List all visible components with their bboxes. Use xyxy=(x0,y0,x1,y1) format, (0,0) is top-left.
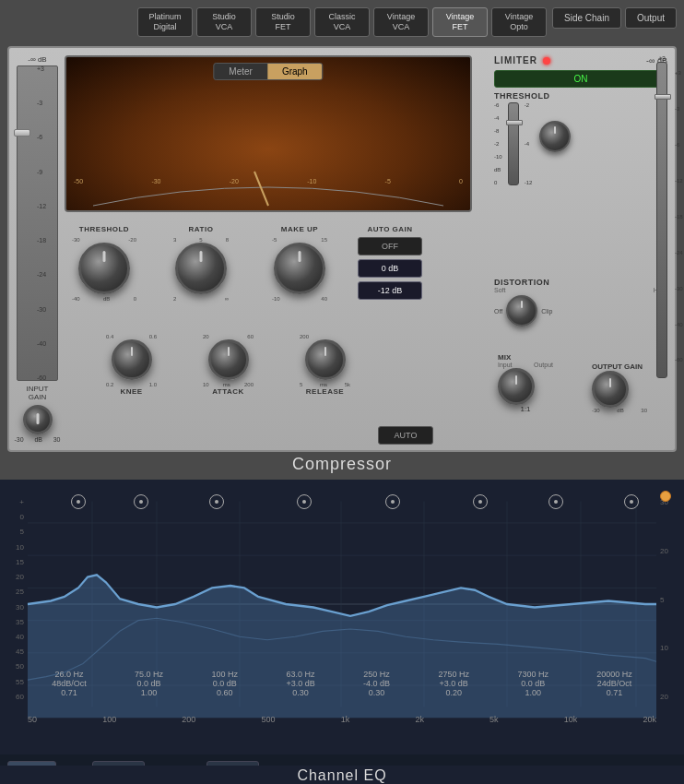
eq-handle-2[interactable] xyxy=(134,494,148,509)
input-gain-top-label: -∞ dB xyxy=(28,55,46,64)
distortion-knob[interactable] xyxy=(506,295,537,327)
preset-platinum-digital[interactable]: PlatinumDigital xyxy=(137,7,193,37)
eq-band-5: 250 Hz -4.0 dB 0.30 xyxy=(363,670,390,697)
eq-band-3-freq: 100 Hz xyxy=(212,670,239,679)
vu-meter-display: Meter Graph -50 -30 -20 -10 -5 0 xyxy=(66,57,470,210)
limiter-header: LIMITER -∞ dB xyxy=(494,55,667,65)
meter-tabs: Meter Graph xyxy=(213,63,323,80)
distortion-label: DISTORTION xyxy=(494,278,667,287)
output-button[interactable]: Output xyxy=(625,7,677,29)
limiter-threshold-knob[interactable] xyxy=(539,121,571,152)
auto-gain-section: AUTO GAIN OFF 0 dB -12 dB xyxy=(358,225,422,303)
eq-handle-1[interactable] xyxy=(71,494,86,509)
output-gain-knob[interactable] xyxy=(592,371,629,408)
freq-2k: 2k xyxy=(415,715,424,724)
knee-control: 0.40.6 0.2 1.0 KNEE xyxy=(106,334,157,399)
eq-handle-5[interactable] xyxy=(385,494,400,509)
limiter-threshold-handle[interactable] xyxy=(506,120,523,125)
preset-vintage-fet[interactable]: VintageFET xyxy=(432,7,488,37)
limiter-led xyxy=(543,57,550,65)
eq-band-1-freq: 26.0 Hz xyxy=(54,670,83,679)
output-gain-label: OUTPUT GAIN xyxy=(592,362,647,371)
eq-band-7: 7300 Hz 0.0 dB 1.00 xyxy=(517,670,548,697)
release-auto-button[interactable]: AUTO xyxy=(378,426,433,445)
eq-handle-3[interactable] xyxy=(209,494,224,509)
knee-label: KNEE xyxy=(120,387,142,396)
output-gain-section: OUTPUT GAIN -30dB30 xyxy=(592,362,647,413)
eq-band-8-q: 0.71 xyxy=(607,688,623,697)
input-gain-fader: -∞ dB +3 -3 -6 -9 -12 -18 -24 -30 -40 -6… xyxy=(17,55,58,443)
right-panel: LIMITER -∞ dB ON THRESHOLD -6-4-8-2-10dB… xyxy=(490,48,675,450)
eq-band-7-q: 1.00 xyxy=(525,688,541,697)
release-knob[interactable] xyxy=(305,339,346,380)
preset-studio-fet[interactable]: StudioFET xyxy=(255,7,311,37)
compressor-section: PlatinumDigital StudioVCA StudioFET Clas… xyxy=(0,0,684,480)
eq-band-4: 63.0 Hz +3.0 dB 0.30 xyxy=(286,670,314,697)
side-chain-button[interactable]: Side Chain xyxy=(552,7,621,29)
freq-5k: 5k xyxy=(489,715,499,724)
graph-tab[interactable]: Graph xyxy=(267,64,323,79)
freq-500: 500 xyxy=(262,715,276,724)
auto-gain-0db-button[interactable]: 0 dB xyxy=(358,259,422,278)
freq-100: 100 xyxy=(102,715,116,724)
eq-band-2: 75.0 Hz 0.0 dB 1.00 xyxy=(135,670,163,697)
makeup-knob[interactable] xyxy=(274,243,325,294)
ratio-control: RATIO 358 2 ∞ xyxy=(173,225,229,302)
eq-handle-4[interactable] xyxy=(297,494,312,509)
eq-band-6-freq: 2750 Hz xyxy=(438,670,469,679)
eq-handle-8[interactable] xyxy=(624,494,639,509)
eq-handle-6[interactable] xyxy=(473,494,488,509)
vu-meter-area: Meter Graph -50 -30 -20 -10 -5 0 xyxy=(65,55,472,212)
preset-studio-vca[interactable]: StudioVCA xyxy=(196,7,252,37)
eq-band-2-q: 1.00 xyxy=(141,688,158,697)
output-fader-handle[interactable] xyxy=(655,94,671,100)
svg-line-0 xyxy=(254,172,268,206)
attack-knob[interactable] xyxy=(208,339,249,380)
limiter-threshold-fader[interactable] xyxy=(508,102,519,185)
preset-classic-vca[interactable]: ClassicVCA xyxy=(314,7,370,37)
auto-gain-label: AUTO GAIN xyxy=(358,225,422,233)
mix-label: MIX xyxy=(498,353,553,362)
distortion-soft-hard: Soft Hard xyxy=(494,287,667,293)
preset-vintage-vca[interactable]: VintageVCA xyxy=(373,7,429,37)
threshold-knob[interactable] xyxy=(78,243,130,294)
eq-band-8: 20000 Hz 24dB/Oct 0.71 xyxy=(596,670,632,697)
eq-band-2-gain: 0.0 dB xyxy=(137,679,161,688)
input-gain-knob[interactable] xyxy=(23,405,53,434)
makeup-label: MAKE UP xyxy=(281,225,318,233)
eq-band-info: 26.0 Hz 48dB/Oct 0.71 75.0 Hz 0.0 dB 1.0… xyxy=(0,668,684,699)
eq-handle-7[interactable] xyxy=(548,494,563,509)
eq-band-4-freq: 63.0 Hz xyxy=(287,670,315,679)
release-control: 200 5 ms 5k RELEASE xyxy=(300,334,350,399)
eq-band-6-gain: +3.0 dB xyxy=(440,679,468,688)
input-gain-label: INPUT GAIN xyxy=(17,385,58,401)
ratio-label: RATIO xyxy=(189,225,214,233)
limiter-threshold-section: THRESHOLD -6-4-8-2-10dB0 -2-4-12 xyxy=(494,91,667,185)
eq-band-5-freq: 250 Hz xyxy=(363,670,390,679)
eq-band-1-q: 0.71 xyxy=(61,688,77,697)
freq-200: 200 xyxy=(182,715,195,724)
limiter-on-button[interactable]: ON xyxy=(494,70,667,88)
meter-tab[interactable]: Meter xyxy=(214,64,267,79)
eq-band-2-freq: 75.0 Hz xyxy=(135,670,163,679)
auto-gain-off-button[interactable]: OFF xyxy=(358,237,422,255)
eq-band-1: 26.0 Hz 48dB/Oct 0.71 xyxy=(52,670,87,697)
auto-gain-12db-button[interactable]: -12 dB xyxy=(358,281,422,300)
mix-knob[interactable] xyxy=(498,368,535,405)
eq-band-4-gain: +3.0 dB xyxy=(286,679,314,688)
freq-labels: 50 100 200 500 1k 2k 5k 10k 20k xyxy=(28,715,656,724)
knee-knob[interactable] xyxy=(112,339,152,380)
eq-band-7-freq: 7300 Hz xyxy=(517,670,548,679)
ratio-knob[interactable] xyxy=(175,243,227,294)
eq-band-8-freq: 20000 Hz xyxy=(596,670,632,679)
limiter-title: LIMITER xyxy=(494,55,537,65)
eq-orange-handle[interactable] xyxy=(660,491,671,502)
input-fader-handle[interactable] xyxy=(14,129,30,137)
distortion-section: DISTORTION Soft Hard Off Clip xyxy=(494,278,667,327)
freq-1k: 1k xyxy=(341,715,350,724)
output-fader[interactable] xyxy=(656,62,667,378)
compressor-title: Compressor xyxy=(0,455,684,474)
freq-10k: 10k xyxy=(564,715,578,724)
preset-vintage-opto[interactable]: VintageOpto xyxy=(491,7,547,37)
side-chain-output-area: Side Chain Output xyxy=(552,7,677,29)
